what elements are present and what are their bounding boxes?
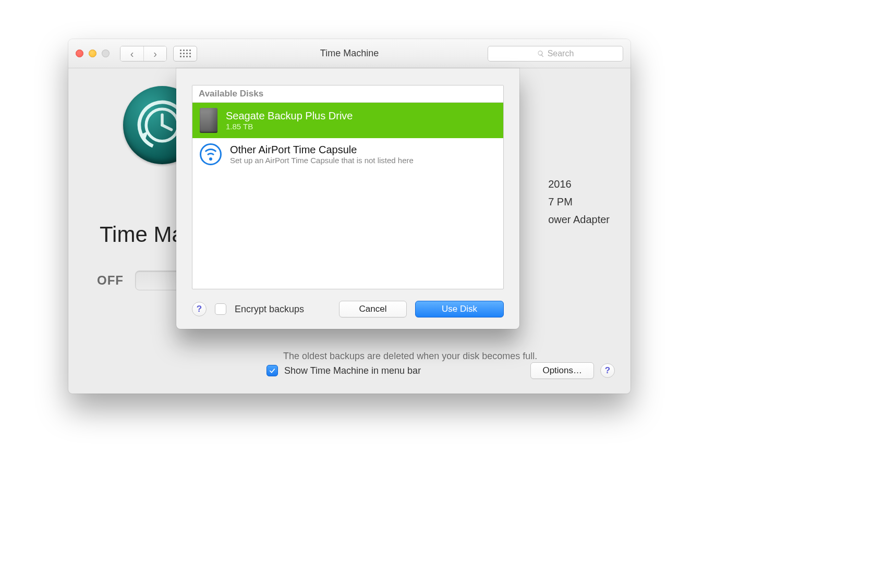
help-button[interactable]: ? bbox=[600, 363, 615, 378]
toggle-state-label: OFF bbox=[97, 273, 124, 288]
available-disks-list: Available Disks Seagate Backup Plus Driv… bbox=[192, 85, 504, 289]
forward-button[interactable]: › bbox=[143, 46, 166, 61]
zoom-window-button[interactable] bbox=[102, 50, 110, 57]
select-disk-sheet: Available Disks Seagate Backup Plus Driv… bbox=[176, 68, 519, 329]
checkmark-icon bbox=[269, 367, 276, 374]
minimize-window-button[interactable] bbox=[89, 50, 96, 57]
available-disks-header: Available Disks bbox=[192, 85, 503, 103]
status-line-3: ower Adapter bbox=[548, 211, 610, 228]
titlebar: ‹ › Time Machine Search bbox=[68, 39, 630, 68]
show-in-menu-bar-checkbox[interactable] bbox=[266, 365, 278, 376]
disk-item-seagate[interactable]: Seagate Backup Plus Drive 1.85 TB bbox=[192, 103, 503, 138]
search-placeholder: Search bbox=[548, 49, 574, 58]
show-in-menu-bar-label: Show Time Machine in menu bar bbox=[284, 365, 421, 376]
app-name-label: Time Ma bbox=[100, 222, 184, 247]
window-title: Time Machine bbox=[320, 48, 379, 59]
encrypt-backups-label: Encrypt backups bbox=[235, 304, 304, 315]
status-line-2: 7 PM bbox=[548, 193, 610, 211]
encrypt-backups-checkbox[interactable] bbox=[215, 303, 226, 315]
sheet-bottom-controls: ? Encrypt backups Cancel Use Disk bbox=[192, 289, 504, 317]
cancel-button[interactable]: Cancel bbox=[339, 301, 407, 317]
disk-name: Seagate Backup Plus Drive bbox=[226, 110, 353, 122]
disk-capacity: 1.85 TB bbox=[226, 122, 353, 131]
airport-icon bbox=[200, 143, 222, 165]
search-input[interactable]: Search bbox=[488, 46, 623, 62]
search-icon bbox=[537, 50, 544, 57]
options-button[interactable]: Options… bbox=[530, 362, 594, 379]
svg-line-4 bbox=[162, 125, 172, 130]
use-disk-button[interactable]: Use Disk bbox=[415, 301, 504, 317]
window-controls bbox=[76, 50, 110, 57]
deletion-info-text: The oldest backups are deleted when your… bbox=[283, 351, 537, 362]
nav-back-forward: ‹ › bbox=[120, 46, 167, 62]
show-all-prefs-button[interactable] bbox=[173, 46, 197, 62]
backup-status-info: 2016 7 PM ower Adapter bbox=[548, 175, 610, 228]
disk-item-airport[interactable]: Other AirPort Time Capsule Set up an Air… bbox=[192, 138, 503, 170]
sheet-help-button[interactable]: ? bbox=[192, 302, 207, 316]
status-line-1: 2016 bbox=[548, 175, 610, 193]
close-window-button[interactable] bbox=[76, 50, 83, 57]
disk-description: Set up an AirPort Time Capsule that is n… bbox=[230, 156, 414, 165]
bottom-controls: Show Time Machine in menu bar Options… ? bbox=[266, 362, 615, 379]
disk-name: Other AirPort Time Capsule bbox=[230, 144, 414, 156]
back-button[interactable]: ‹ bbox=[120, 46, 143, 61]
hard-drive-icon bbox=[200, 108, 217, 133]
grid-icon bbox=[180, 50, 191, 57]
